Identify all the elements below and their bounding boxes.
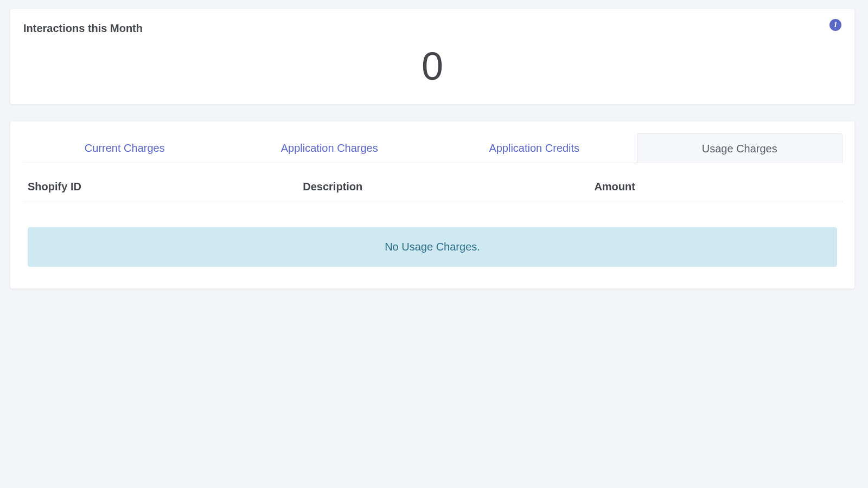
info-icon[interactable] bbox=[829, 19, 841, 31]
interactions-card: Interactions this Month 0 bbox=[10, 9, 855, 105]
charges-card: Current Charges Application Charges Appl… bbox=[10, 121, 855, 289]
column-amount: Amount bbox=[594, 181, 837, 193]
interactions-header: Interactions this Month bbox=[23, 22, 841, 35]
usage-empty-banner: No Usage Charges. bbox=[28, 227, 837, 267]
column-description: Description bbox=[303, 181, 594, 193]
tab-current-charges[interactable]: Current Charges bbox=[22, 133, 227, 163]
usage-table-header: Shopify ID Description Amount bbox=[22, 163, 843, 202]
interactions-title: Interactions this Month bbox=[23, 22, 143, 35]
column-shopify-id: Shopify ID bbox=[28, 181, 303, 193]
interactions-value: 0 bbox=[23, 47, 841, 86]
tab-application-credits[interactable]: Application Credits bbox=[432, 133, 637, 163]
tab-application-charges[interactable]: Application Charges bbox=[227, 133, 432, 163]
charges-tabs: Current Charges Application Charges Appl… bbox=[22, 133, 843, 163]
tab-usage-charges[interactable]: Usage Charges bbox=[637, 133, 843, 163]
